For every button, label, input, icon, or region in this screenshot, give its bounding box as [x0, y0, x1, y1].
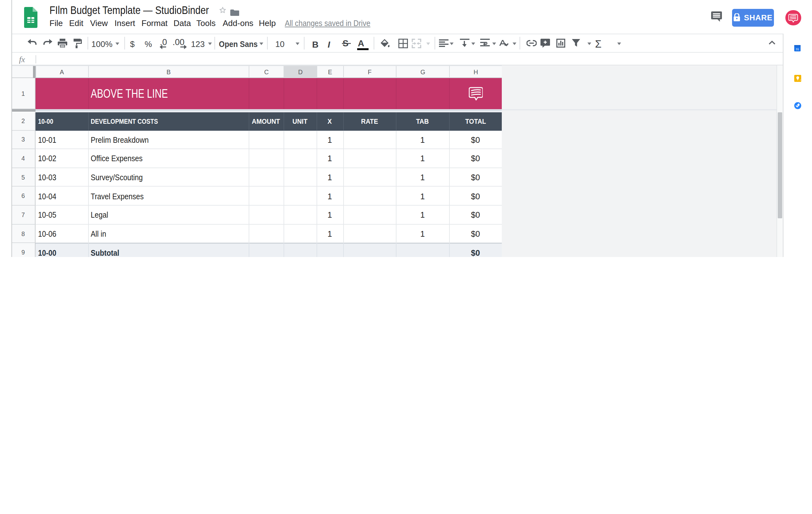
svg-text:.0: .0 — [160, 37, 167, 47]
svg-text:31: 31 — [796, 47, 799, 51]
svg-text:.00: .00 — [173, 37, 184, 47]
